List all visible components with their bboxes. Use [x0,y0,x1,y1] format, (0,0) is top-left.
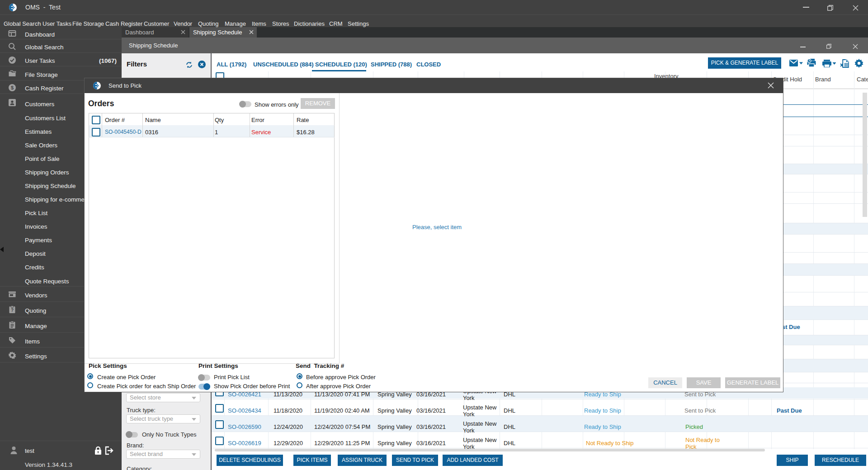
svg-text:$: $ [11,85,14,90]
svg-text:?: ? [11,308,14,313]
